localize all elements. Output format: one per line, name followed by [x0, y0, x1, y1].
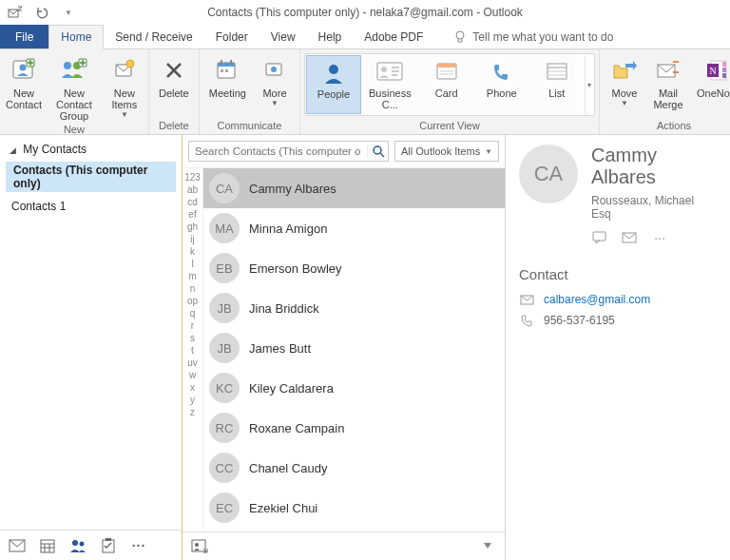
section-header: Contact — [519, 266, 717, 282]
view-card-button[interactable]: Card — [419, 55, 474, 114]
tab-file[interactable]: File — [0, 25, 48, 48]
alpha-z[interactable]: z — [190, 407, 195, 417]
nav-overflow-icon[interactable]: ··· — [125, 534, 152, 557]
search-icon[interactable] — [367, 145, 388, 158]
nav-calendar-icon[interactable] — [34, 534, 61, 557]
alpha-s[interactable]: s — [190, 333, 195, 343]
alpha-123[interactable]: 123 — [184, 172, 201, 183]
open-contact-icon[interactable] — [188, 536, 211, 557]
contact-name: James Butt — [249, 341, 311, 356]
alphabet-index: 123abcdefghijklmnopqrstuvwxyz — [182, 168, 203, 531]
nav-tasks-icon[interactable] — [95, 534, 122, 557]
alpha-l[interactable]: l — [191, 259, 193, 269]
contact-row[interactable]: JBJames Butt — [203, 328, 505, 368]
new-items-button[interactable]: New Items ▼ — [105, 53, 144, 122]
group-actions: Move ▼ Mail Merge N OneNote Actions — [600, 49, 730, 134]
group-label-delete: Delete — [149, 120, 199, 134]
qat-send-receive-icon[interactable] — [6, 3, 25, 22]
svg-point-1 — [456, 31, 464, 39]
contact-row[interactable]: KCKiley Caldarera — [203, 368, 505, 408]
contact-name: Emerson Bowley — [249, 261, 342, 276]
chat-icon[interactable] — [591, 230, 606, 245]
alpha-ef[interactable]: ef — [188, 209, 196, 220]
alpha-uv[interactable]: uv — [187, 357, 198, 368]
contact-list[interactable]: CACammy AlbaresMAMinna AmigonEBEmerson B… — [203, 168, 505, 531]
view-people-button[interactable]: People — [306, 55, 361, 114]
contact-email[interactable]: calbares@gmail.com — [544, 293, 650, 306]
svg-text:N: N — [709, 66, 716, 76]
search-input[interactable] — [189, 145, 367, 157]
lightbulb-icon — [453, 30, 467, 44]
search-scope-dropdown[interactable]: All Outlook Items ▼ — [394, 141, 499, 162]
alpha-y[interactable]: y — [190, 395, 195, 405]
onenote-button[interactable]: N OneNote — [691, 53, 730, 101]
tab-home[interactable]: Home — [48, 25, 104, 49]
contact-row[interactable]: EBEmerson Bowley — [203, 248, 505, 288]
alpha-w[interactable]: w — [189, 370, 196, 380]
nav-section-header[interactable]: ◢ My Contacts — [0, 135, 182, 160]
qat-customize-icon[interactable]: ▼ — [59, 3, 78, 22]
alpha-cd[interactable]: cd — [187, 197, 198, 207]
view-list-button[interactable]: List — [529, 55, 585, 114]
contact-email-row[interactable]: calbares@gmail.com — [519, 292, 717, 307]
meeting-button[interactable]: Meeting — [203, 53, 252, 101]
search-box[interactable] — [188, 141, 389, 162]
tab-view[interactable]: View — [259, 25, 307, 48]
alpha-t[interactable]: t — [191, 345, 194, 356]
alpha-k[interactable]: k — [190, 246, 195, 257]
tab-help[interactable]: Help — [307, 25, 354, 48]
meeting-icon — [212, 55, 242, 86]
phone-icon — [487, 59, 517, 86]
more-button[interactable]: More ▼ — [254, 53, 296, 110]
view-phone-button[interactable]: Phone — [474, 55, 529, 114]
onenote-icon: N — [702, 55, 730, 86]
svg-rect-13 — [230, 60, 232, 65]
tab-adobe-pdf[interactable]: Adobe PDF — [353, 25, 434, 48]
contact-initials: RC — [209, 413, 240, 443]
alpha-ij[interactable]: ij — [190, 234, 194, 244]
alpha-ab[interactable]: ab — [187, 184, 198, 195]
svg-rect-11 — [218, 63, 235, 67]
tab-folder[interactable]: Folder — [204, 25, 259, 48]
alpha-m[interactable]: m — [188, 271, 196, 281]
alpha-x[interactable]: x — [190, 382, 195, 393]
contact-row[interactable]: RCRoxane Campain — [203, 408, 505, 448]
contact-name: Chanel Caudy — [249, 461, 327, 475]
contact-row[interactable]: MAMinna Amigon — [203, 208, 505, 248]
contact-initials: EC — [209, 492, 240, 523]
mail-icon[interactable] — [622, 230, 637, 245]
tab-send-receive[interactable]: Send / Receive — [104, 25, 203, 48]
alpha-n[interactable]: n — [190, 283, 196, 294]
contact-row[interactable]: ECEzekiel Chui — [203, 488, 505, 528]
alpha-r[interactable]: r — [191, 320, 194, 331]
svg-point-18 — [329, 65, 338, 74]
contact-row[interactable]: CACammy Albares — [203, 168, 505, 208]
mail-merge-icon — [653, 55, 683, 86]
new-contact-button[interactable]: New Contact — [4, 53, 44, 112]
contact-phone-row[interactable]: 956-537-6195 — [519, 313, 717, 328]
nav-mail-icon[interactable] — [4, 534, 30, 557]
gallery-expand-icon[interactable]: ▾ — [585, 55, 593, 114]
alpha-q[interactable]: q — [190, 308, 196, 319]
tell-me-search[interactable]: Tell me what you want to do — [442, 25, 624, 48]
nav-folder-contacts1[interactable]: Contacts 1 — [0, 194, 182, 215]
mail-merge-button[interactable]: Mail Merge — [647, 53, 689, 112]
contact-detail-section: Contact calbares@gmail.com 956-537-6195 — [519, 266, 717, 328]
move-button[interactable]: Move ▼ — [604, 53, 645, 110]
alpha-gh[interactable]: gh — [187, 222, 198, 232]
nav-folder-contacts-local[interactable]: Contacts (This computer only) — [6, 162, 176, 192]
new-contact-group-button[interactable]: New Contact Group — [46, 53, 103, 124]
view-business-card-button[interactable]: Business C... — [361, 55, 419, 114]
alpha-op[interactable]: op — [187, 296, 198, 306]
qat-undo-icon[interactable] — [32, 3, 51, 22]
svg-rect-40 — [41, 540, 54, 552]
more-actions-icon[interactable]: ··· — [652, 230, 667, 245]
delete-button[interactable]: Delete — [153, 53, 195, 101]
contact-row[interactable]: CCChanel Caudy — [203, 448, 505, 488]
nav-people-icon[interactable] — [65, 534, 91, 557]
svg-rect-25 — [437, 64, 456, 68]
list-filter-icon[interactable] — [476, 536, 499, 557]
caret-down-icon: ◢ — [10, 145, 16, 155]
contact-row[interactable]: JBJina Briddick — [203, 288, 505, 328]
group-delete: Delete Delete — [149, 49, 200, 134]
